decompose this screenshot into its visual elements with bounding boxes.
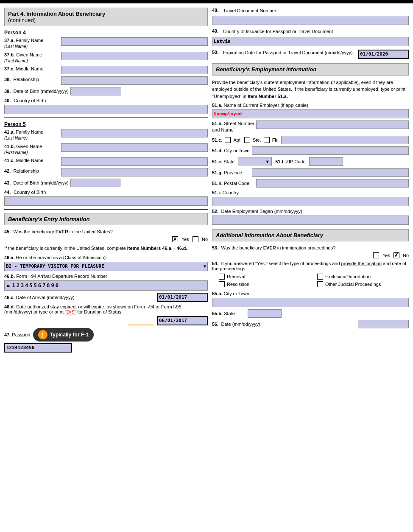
field-48-input[interactable]: [212, 16, 409, 25]
field-44-label: 44.: [4, 190, 11, 195]
field-50-row: 50. Expiration Date for Passport or Trav…: [212, 50, 409, 59]
field-51f-input[interactable]: [309, 157, 343, 166]
field-48-num: 48.: [212, 8, 221, 13]
field-40-input[interactable]: [4, 105, 208, 114]
entry-section-header: Beneficiary's Entry Information: [4, 213, 208, 225]
rescission-checkbox[interactable]: [219, 281, 225, 287]
field-53-yes-label: Yes: [382, 253, 390, 258]
field-54: 54. If you answered "Yes," select the ty…: [212, 261, 409, 287]
field-47-input[interactable]: [4, 343, 72, 353]
rescission-label: Rescission: [227, 282, 249, 287]
field-51b-input[interactable]: [256, 120, 409, 129]
field-51a: 51.a. Name of Current Employer (if appli…: [212, 102, 409, 118]
field-51c-num: 51.c.: [212, 137, 222, 143]
field-46d-input[interactable]: [157, 316, 208, 325]
field-44-input[interactable]: [4, 196, 208, 206]
field-44-text: Country of Birth: [14, 190, 46, 195]
field-48: 48. Travel Document Number: [212, 8, 409, 25]
other-label: Other Judicial Proceedings: [325, 282, 381, 287]
field-51c-ste-label: Ste.: [253, 137, 261, 143]
field-51d-input[interactable]: [252, 146, 409, 155]
field-53-no-label: No: [403, 253, 409, 258]
field-46c: 46.c. Date of Arrival (mm/dd/yyyy): [4, 293, 208, 302]
field-42-input[interactable]: [61, 168, 208, 176]
field-51a-input[interactable]: [212, 109, 409, 118]
field-41b-input[interactable]: [61, 143, 208, 152]
field-38-input[interactable]: [61, 76, 208, 85]
field-46c-input[interactable]: [157, 293, 208, 302]
additional-section-header-text: Additional Information About Beneficiary: [216, 232, 323, 238]
entry-section-header-text: Beneficiary's Entry Information: [8, 216, 89, 222]
dropdown-arrow-icon: ▼: [204, 264, 206, 269]
right-column: 48. Travel Document Number 49. Country o…: [212, 8, 409, 353]
field-39-input[interactable]: [70, 87, 121, 95]
field-45-info: If the beneficiary is currently in the U…: [4, 245, 208, 252]
field-55b: 55.b. State: [212, 309, 409, 318]
field-51c-flr-checkbox[interactable]: [264, 137, 270, 143]
field-51c-apt-label: Apt.: [233, 137, 242, 143]
field-45: 45. Was the beneficiary EVER in the Unit…: [4, 229, 208, 242]
field-51c-apt-checkbox[interactable]: [225, 137, 231, 143]
field-41b: 41.b. Given Name(First Name): [4, 143, 208, 156]
field-40-text: Country of Birth: [14, 98, 46, 103]
exclusion-checkbox[interactable]: [317, 274, 323, 280]
digit-8: 7: [42, 283, 45, 288]
field-51g-input[interactable]: [252, 168, 409, 177]
field-44: 44. Country of Birth: [4, 189, 208, 206]
field-45-no-label: No: [202, 237, 208, 242]
other-checkbox[interactable]: [317, 281, 323, 287]
field-41a-input[interactable]: [61, 129, 208, 137]
digit-5: 5: [29, 283, 32, 288]
proceedings-grid: Removal Exclusion/Deportation Rescission…: [219, 274, 409, 287]
field-55b-input[interactable]: [248, 309, 282, 318]
field-53: 53. Was the beneficiary EVER in immigrat…: [212, 245, 409, 258]
field-46b: 46.b. Form I-94 Arrival-Departure Record…: [4, 273, 208, 291]
field-46a-dropdown[interactable]: B2 - TEMPORARY VISITOR FOR PLEASURE ▼: [4, 262, 208, 271]
exclusion-label: Exclusion/Deportation: [325, 274, 371, 279]
field-55a-input[interactable]: [212, 298, 409, 307]
proceedings-removal: Removal: [219, 274, 310, 280]
field-55a-label: 55.a. City or Town: [212, 291, 249, 296]
field-41c: 41.c. Middle Name: [4, 157, 208, 166]
field-56: 56. Date (mm/dd/yyyy): [212, 320, 409, 328]
field-50-input[interactable]: [358, 50, 409, 59]
field-53-yes-checkbox[interactable]: [373, 252, 379, 258]
field-45-yes-checkbox[interactable]: ✗: [172, 236, 178, 242]
field-51e-select[interactable]: ▼: [238, 157, 272, 166]
field-43-label: 43. Date of Birth (mm/dd/yyyy): [4, 180, 69, 186]
field-51i-input[interactable]: [212, 197, 409, 206]
field-43-input[interactable]: [70, 179, 121, 187]
field-53-no-checkbox[interactable]: ✗: [393, 252, 399, 258]
person5-label: Person 5: [4, 121, 208, 127]
field-51b: 51.b. Street Numberand Name: [212, 120, 409, 134]
field-37a-input[interactable]: [61, 37, 208, 46]
tooltip-text: Typically for F-1: [50, 332, 89, 338]
employment-section-header: Beneficiary's Employment Information: [212, 63, 409, 76]
field-55b-label: 55.b. State: [212, 311, 246, 316]
employment-section-header-text: Beneficiary's Employment Information: [216, 66, 316, 73]
field-45-no-checkbox[interactable]: [193, 236, 198, 242]
field-41c-input[interactable]: [61, 157, 208, 166]
field-37b-input[interactable]: [61, 52, 208, 60]
field-51h: 51.h. Postal Code: [212, 179, 409, 188]
removal-checkbox[interactable]: [219, 274, 225, 280]
field-51f-label: 51.f. ZIP Code: [275, 159, 305, 164]
field-51g-label: 51.g. Province: [212, 170, 250, 175]
additional-section-header: Additional Information About Beneficiary: [212, 229, 409, 241]
field-56-label: 56. Date (mm/dd/yyyy): [212, 322, 356, 327]
field-49-input[interactable]: [212, 37, 409, 46]
field-49-row: 49. Country of Issuance for Passport or …: [212, 28, 409, 34]
field-41a: 41.a. Family Name(Last Name): [4, 129, 208, 141]
field-51h-input[interactable]: [256, 179, 409, 188]
field-45-yes-label: Yes: [181, 237, 189, 242]
divider2: [4, 209, 208, 210]
field-51c-ste-checkbox[interactable]: [244, 137, 250, 143]
field-38-label: 38. Relationship: [4, 76, 59, 82]
field-41b-label: 41.b. Given Name(First Name): [4, 143, 59, 156]
field-40: 40. Country of Birth: [4, 98, 208, 114]
field-37c-input[interactable]: [61, 66, 208, 74]
field-56-input[interactable]: [358, 320, 409, 328]
field-52-input[interactable]: [212, 216, 409, 225]
field-51c-input[interactable]: [281, 136, 409, 144]
section-subheader-text: (continued): [8, 17, 36, 23]
